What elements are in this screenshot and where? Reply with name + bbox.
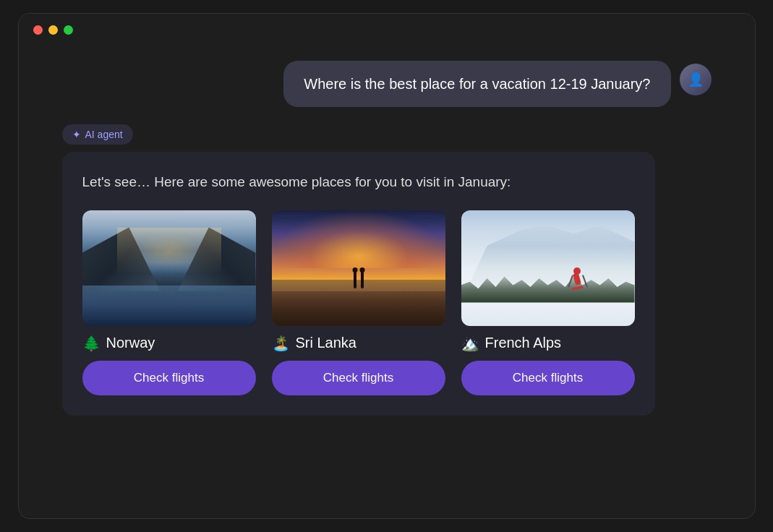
destinations-row: 🌲 Norway Check flights xyxy=(82,210,635,395)
destination-card-french-alps: 🏔️ French Alps Check flights xyxy=(461,210,635,395)
french-alps-check-flights-button[interactable]: Check flights xyxy=(461,361,635,395)
maximize-button[interactable] xyxy=(64,25,73,35)
close-button[interactable] xyxy=(33,25,43,35)
french-alps-name: 🏔️ French Alps xyxy=(461,335,635,352)
destination-card-srilanka: 🏝️ Sri Lanka Check flights xyxy=(272,210,445,395)
norway-label: Norway xyxy=(106,335,155,351)
app-window: Where is the best place for a vacation 1… xyxy=(18,13,756,519)
srilanka-check-flights-button[interactable]: Check flights xyxy=(272,361,445,395)
ai-response-section: ✦ AI agent Let's see… Here are some awes… xyxy=(62,124,712,416)
srilanka-emoji: 🏝️ xyxy=(272,335,290,352)
user-message-text: Where is the best place for a vacation 1… xyxy=(304,76,650,92)
chat-area: Where is the best place for a vacation 1… xyxy=(19,46,755,430)
ai-agent-label-text: AI agent xyxy=(85,129,123,140)
norway-image xyxy=(82,210,256,326)
titlebar xyxy=(19,14,755,46)
french-alps-label: French Alps xyxy=(485,335,562,351)
srilanka-image xyxy=(272,210,445,326)
french-alps-image xyxy=(461,210,635,326)
srilanka-name: 🏝️ Sri Lanka xyxy=(272,335,445,352)
destination-card-norway: 🌲 Norway Check flights xyxy=(82,210,256,395)
ai-response-box: Let's see… Here are some awesome places … xyxy=(62,152,655,416)
skier-figure xyxy=(568,267,586,293)
ai-intro-text: Let's see… Here are some awesome places … xyxy=(82,172,635,193)
avatar: 👤 xyxy=(680,64,712,95)
avatar-image: 👤 xyxy=(680,64,712,95)
srilanka-label: Sri Lanka xyxy=(296,335,357,351)
norway-emoji: 🌲 xyxy=(82,335,101,352)
user-message-row: Where is the best place for a vacation 1… xyxy=(62,61,712,107)
user-message-bubble: Where is the best place for a vacation 1… xyxy=(283,61,670,107)
sparkle-icon: ✦ xyxy=(72,129,81,140)
norway-name: 🌲 Norway xyxy=(82,335,256,352)
french-alps-emoji: 🏔️ xyxy=(461,335,479,352)
ai-agent-label: ✦ AI agent xyxy=(62,124,133,145)
norway-check-flights-button[interactable]: Check flights xyxy=(82,361,256,395)
minimize-button[interactable] xyxy=(48,25,58,35)
